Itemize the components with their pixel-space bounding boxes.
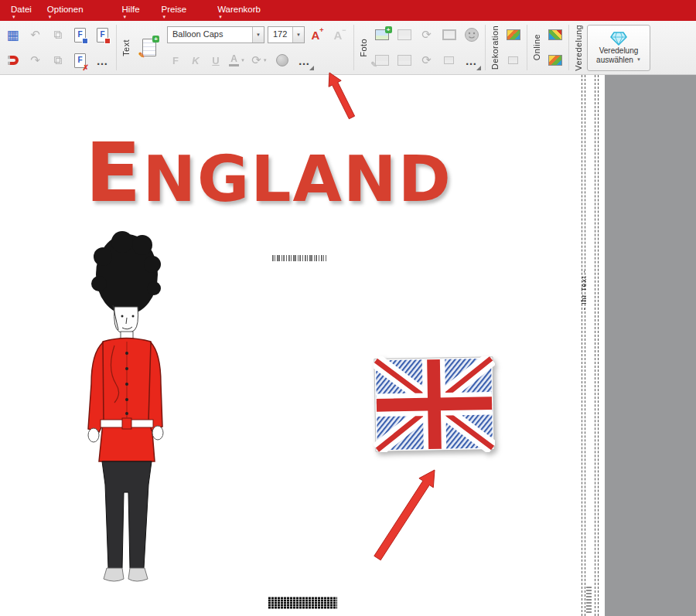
add-text-button[interactable]: + ✎ [135, 29, 164, 67]
menu-item-warenkorb[interactable]: Warenkorb ▾ [210, 0, 268, 21]
blue-badge-icon [82, 38, 88, 44]
design-canvas[interactable]: England [0, 75, 582, 616]
add-photo-button[interactable]: + [371, 25, 392, 46]
copy-icon: ⧉ [53, 53, 62, 67]
frame-photo-button[interactable] [438, 25, 459, 46]
font-color-icon: A [229, 54, 239, 66]
photo-icon: ✎ [375, 55, 389, 66]
rotate-photo-button[interactable]: ⟳ [416, 50, 437, 71]
diamond-icon [610, 32, 627, 46]
clipboard-group: ▦ ↶ ⧉ F F [2, 21, 114, 74]
plus-badge-icon: + [152, 36, 159, 43]
foto-more-button[interactable]: … [461, 50, 482, 71]
royal-guard-clipart[interactable] [68, 230, 184, 593]
copy-pages-button[interactable]: ⧉ [47, 25, 68, 46]
union-jack-clipart[interactable] [374, 356, 495, 452]
smiley-button[interactable] [461, 25, 482, 46]
copy-icon: ⧉ [53, 28, 62, 42]
toolbar: ▦ ↶ ⧉ F F [0, 21, 696, 75]
online-designs-button[interactable] [544, 25, 565, 46]
menu-item-preise[interactable]: Preise ▾ [154, 0, 195, 21]
red-badge-icon [104, 38, 111, 44]
table-grid-button[interactable]: ▦ [2, 25, 23, 46]
dekoration-group [502, 21, 524, 74]
italic-button[interactable]: K [186, 50, 205, 71]
chevron-down-icon: ▾ [219, 14, 222, 19]
minus-icon: − [342, 26, 346, 34]
menubar: Datei ▾ Optionen ▾ Hilfe ▾ Preise ▾ Ware… [0, 0, 696, 21]
rotate-icon: ⟳ [421, 28, 432, 42]
add-dekoration-button[interactable] [503, 25, 524, 46]
font-size-select[interactable]: 172 ▼ [268, 26, 305, 43]
bold-button[interactable]: F [166, 50, 185, 71]
doc-style-icon: F [74, 28, 86, 43]
plus-badge-icon: + [385, 26, 392, 33]
doc-clear-style-icon: F ✗ [74, 53, 86, 68]
menu-item-optionen[interactable]: Optionen ▾ [39, 0, 91, 21]
photo-icon: + [375, 29, 389, 40]
doc-style-icon: F [97, 28, 108, 43]
apply-style-all-button[interactable]: F [92, 25, 113, 46]
font-family-select[interactable]: Balloon Caps ▼ [167, 26, 264, 43]
dekoration-small-button[interactable] [503, 50, 524, 71]
text-shape-circle-button[interactable] [271, 50, 292, 71]
clear-style-button[interactable]: F ✗ [70, 50, 90, 71]
chevron-down-icon: ▾ [163, 14, 166, 19]
photo-thumbnail-button[interactable] [438, 50, 459, 71]
foto-row-1: + ⟳ [370, 22, 483, 48]
pencil-icon: ✎ [371, 62, 377, 68]
copy-button[interactable]: ⧉ [47, 50, 68, 71]
letter-a-icon: A [333, 29, 342, 41]
chevron-down-icon: ▼ [241, 58, 245, 63]
text-rotate-button[interactable]: ⟳ ▼ [249, 50, 270, 71]
text-row-2: F K U A ▼ ⟳ ▼ [165, 48, 351, 73]
veredelung-select-button[interactable]: Veredelung auswählen ▼ [587, 25, 650, 71]
menu-item-datei[interactable]: Datei ▾ [3, 0, 39, 21]
ellipsis-icon: … [97, 54, 109, 67]
clipboard-row-2: ↷ ⧉ F ✗ … [2, 48, 114, 73]
replace-photo-button[interactable] [394, 50, 415, 71]
rotate-icon: ⟳ [251, 53, 261, 67]
clipboard-more-button[interactable]: … [92, 50, 113, 71]
font-size-increase-button[interactable]: A + [307, 25, 328, 46]
veredelung-button-line2: auswählen [596, 56, 633, 64]
pasteboard-area [605, 75, 696, 616]
apply-style-front-button[interactable]: F [70, 25, 90, 46]
font-size-decrease-button[interactable]: A − [329, 25, 350, 46]
chevron-down-icon: ▼ [263, 58, 268, 63]
toolbar-separator [353, 25, 354, 70]
text-more-button[interactable]: … [294, 50, 315, 71]
barcode-mark [268, 597, 337, 609]
online-section-label: Online [532, 34, 541, 60]
dekoration-section-label: Dekoration [490, 26, 500, 70]
red-x-icon: ✗ [83, 65, 89, 71]
edit-photo-button[interactable]: ✎ [371, 50, 392, 71]
text-row-1: Balloon Caps ▼ 172 ▼ A + A − [165, 22, 351, 48]
menu-label: Hilfe [122, 5, 140, 14]
refresh-photo-button[interactable]: ⟳ [416, 25, 437, 46]
page-boundary-dashed-line [582, 75, 582, 616]
ellipsis-icon: … [466, 54, 478, 67]
veredelung-button-line1: Veredelung [599, 46, 639, 55]
text-smudge [272, 255, 326, 261]
font-color-button[interactable]: A ▼ [227, 50, 247, 71]
dekoration-row-2 [502, 48, 524, 73]
chevron-down-icon[interactable]: ▼ [252, 27, 264, 43]
canvas-title-text[interactable]: England [85, 128, 452, 220]
chevron-down-icon[interactable]: ▼ [292, 27, 304, 43]
chevron-down-icon: ▾ [49, 14, 52, 19]
online-photos-button[interactable] [544, 50, 565, 71]
decoration-icon [508, 56, 518, 64]
undo-button[interactable]: ↶ [25, 25, 46, 46]
menu-label: Warenkorb [217, 5, 261, 14]
swap-photo-button[interactable] [394, 25, 415, 46]
redo-button[interactable]: ↷ [25, 50, 46, 71]
underline-button[interactable]: U [206, 50, 225, 71]
online-photos-icon [548, 55, 562, 66]
dekoration-row-1 [502, 22, 524, 48]
menu-item-hilfe[interactable]: Hilfe ▾ [114, 0, 148, 21]
chevron-down-icon: ▾ [124, 14, 127, 19]
magnet-snap-button[interactable] [2, 50, 23, 71]
app-window: Datei ▾ Optionen ▾ Hilfe ▾ Preise ▾ Ware… [0, 0, 696, 616]
side-small-print [586, 585, 592, 613]
